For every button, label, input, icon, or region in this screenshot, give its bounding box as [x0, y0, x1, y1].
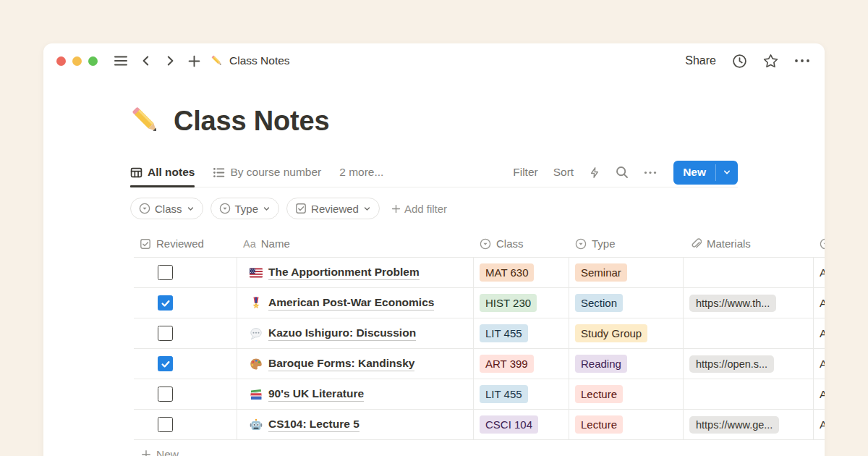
class-cell[interactable]: CSCI 104	[474, 410, 569, 439]
add-filter-button[interactable]: Add filter	[391, 203, 447, 215]
view-tab-by-course-number[interactable]: By course number	[213, 158, 321, 187]
back-icon[interactable]	[140, 55, 152, 67]
type-cell[interactable]: Seminar	[569, 258, 684, 287]
reviewed-checkbox[interactable]	[158, 326, 173, 341]
class-badge: ART 399	[480, 355, 534, 373]
name-cell[interactable]: 90's UK Literature	[237, 379, 474, 409]
filter-chip-reviewed[interactable]: Reviewed	[286, 198, 380, 219]
more-options-icon[interactable]	[794, 59, 810, 63]
class-cell[interactable]: ART 399	[474, 349, 569, 379]
view-tab-more[interactable]: 2 more...	[339, 158, 383, 187]
materials-cell[interactable]: https://www.th...	[684, 288, 814, 318]
pencil-emoji[interactable]	[129, 104, 163, 138]
column-header-class[interactable]: Class	[474, 230, 569, 257]
name-cell[interactable]: The Apportionment Problem	[237, 258, 474, 287]
note-title-link[interactable]: The Apportionment Problem	[268, 266, 420, 280]
reviewed-cell	[134, 410, 237, 439]
overflow-cell-text: A	[820, 358, 825, 371]
reviewed-cell	[134, 379, 237, 409]
filter-chip-class[interactable]: Class	[130, 198, 203, 219]
type-cell[interactable]: Study Group	[569, 318, 684, 348]
reviewed-checkbox[interactable]	[158, 387, 173, 402]
column-header-name[interactable]: Aa Name	[237, 230, 474, 257]
materials-link[interactable]: https://www.th...	[689, 295, 776, 312]
breadcrumb[interactable]: Class Notes	[210, 54, 290, 67]
materials-link[interactable]: https://open.s...	[689, 355, 774, 373]
views-bar: All notes By course number 2 more... Fil…	[130, 158, 738, 187]
class-cell[interactable]: LIT 455	[474, 318, 569, 348]
new-row-button[interactable]: New	[134, 440, 825, 456]
name-cell[interactable]: Kazuo Ishiguro: Discussion	[237, 318, 474, 348]
filter-chip-label: Class	[155, 203, 182, 215]
reviewed-cell	[134, 349, 237, 379]
notes-table: Reviewed Aa Name Class Type	[134, 230, 825, 456]
note-title-link[interactable]: Kazuo Ishiguro: Discussion	[268, 326, 416, 341]
select-icon	[480, 238, 491, 250]
zoom-window-button[interactable]	[88, 56, 98, 66]
column-header-overflow[interactable]	[814, 230, 825, 257]
column-header-reviewed[interactable]: Reviewed	[134, 230, 237, 257]
class-cell[interactable]: LIT 455	[474, 379, 569, 409]
filter-button[interactable]: Filter	[513, 166, 537, 179]
class-cell[interactable]: MAT 630	[474, 258, 569, 287]
type-cell[interactable]: Section	[569, 288, 684, 318]
reviewed-checkbox[interactable]	[158, 356, 173, 371]
view-tab-label: By course number	[230, 166, 321, 179]
column-header-materials[interactable]: Materials	[684, 230, 814, 257]
minimize-window-button[interactable]	[72, 56, 82, 66]
share-button[interactable]: Share	[685, 54, 716, 67]
note-title-link[interactable]: American Post-War Economics	[268, 296, 434, 311]
favorite-star-icon[interactable]	[763, 54, 778, 69]
chevron-down-icon	[363, 205, 371, 213]
automation-lightning-icon[interactable]	[589, 166, 600, 179]
note-title-link[interactable]: 90's UK Literature	[268, 387, 364, 402]
note-title-link[interactable]: Baroque Forms: Kandinsky	[268, 357, 414, 371]
overflow-cell-text: A	[820, 418, 825, 431]
table-icon	[130, 166, 142, 179]
materials-link[interactable]: https://www.ge...	[689, 416, 779, 434]
column-header-type[interactable]: Type	[569, 230, 684, 257]
chevron-down-icon[interactable]	[716, 161, 738, 185]
search-icon[interactable]	[616, 166, 629, 179]
check-icon	[161, 298, 171, 308]
updates-clock-icon[interactable]	[732, 54, 747, 69]
overflow-cell: A	[814, 410, 825, 439]
reviewed-cell	[134, 318, 237, 348]
name-cell[interactable]: CS104: Lecture 5	[237, 410, 474, 439]
reviewed-checkbox[interactable]	[158, 417, 173, 432]
text-icon: Aa	[243, 238, 256, 250]
reviewed-checkbox[interactable]	[158, 295, 173, 311]
materials-cell[interactable]	[684, 258, 814, 287]
sidebar-menu-icon[interactable]	[114, 55, 128, 67]
filter-chip-type[interactable]: Type	[210, 198, 280, 219]
type-badge: Section	[575, 294, 623, 313]
page-title: Class Notes	[174, 106, 329, 137]
column-header-label: Class	[496, 237, 524, 250]
reviewed-checkbox[interactable]	[158, 265, 173, 280]
sort-button[interactable]: Sort	[553, 166, 574, 179]
close-window-button[interactable]	[56, 56, 66, 66]
class-cell[interactable]: HIST 230	[474, 288, 569, 318]
materials-cell[interactable]	[684, 318, 814, 348]
new-page-icon[interactable]	[188, 55, 200, 67]
plus-icon	[141, 449, 151, 456]
forward-icon[interactable]	[164, 55, 176, 67]
type-cell[interactable]: Reading	[569, 349, 684, 379]
column-header-label: Materials	[707, 237, 751, 250]
table-row: Baroque Forms: Kandinsky ART 399 Reading…	[134, 349, 825, 379]
view-options-icon[interactable]	[644, 171, 657, 174]
table-row: The Apportionment Problem MAT 630 Semina…	[134, 258, 825, 288]
type-cell[interactable]: Lecture	[569, 410, 684, 439]
new-button-label[interactable]: New	[673, 161, 715, 185]
materials-cell[interactable]	[684, 379, 814, 409]
type-badge: Reading	[575, 355, 627, 373]
name-cell[interactable]: Baroque Forms: Kandinsky	[237, 349, 474, 379]
materials-cell[interactable]: https://www.ge...	[684, 410, 814, 439]
name-cell[interactable]: American Post-War Economics	[237, 288, 474, 318]
new-button[interactable]: New	[673, 161, 738, 185]
select-icon	[820, 238, 825, 250]
note-title-link[interactable]: CS104: Lecture 5	[268, 418, 359, 432]
materials-cell[interactable]: https://open.s...	[684, 349, 814, 379]
type-cell[interactable]: Lecture	[569, 379, 684, 409]
view-tab-all-notes[interactable]: All notes	[130, 158, 195, 187]
